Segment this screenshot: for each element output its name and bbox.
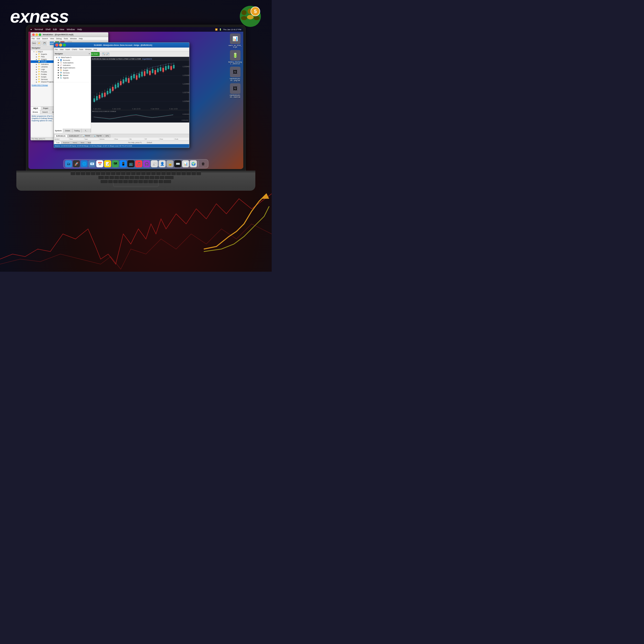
chart-bg: EURUSD,H1: Euro vs US Dollar 1.17313 1.1… [91, 57, 189, 123]
mt5-nav-accounts[interactable]: ▶👤 Accounts [54, 59, 91, 61]
mt5-max-btn[interactable]: □ [63, 44, 66, 47]
save-button[interactable]: 💾 [42, 41, 47, 45]
dock-trash[interactable]: 🗑 [200, 160, 207, 167]
dock-news[interactable]: 📰 [151, 160, 158, 167]
me-debug-menu[interactable]: Debug [56, 37, 62, 40]
signals-tab[interactable]: 📡 Signals [92, 134, 103, 138]
history-tab[interactable]: History [71, 141, 79, 144]
open-button[interactable]: 📂 [37, 41, 42, 45]
mt5-help-menu[interactable]: Help [94, 49, 97, 50]
me-tools-menu[interactable]: Tools [64, 37, 68, 40]
mt5-nav-scripts[interactable]: ▶📜 Scripts [54, 69, 91, 71]
mt5-close-btn[interactable]: × [55, 44, 58, 47]
search-tab[interactable]: Search [40, 110, 50, 114]
svg-point-6 [247, 15, 254, 19]
news-tab[interactable]: News [79, 141, 86, 144]
mt5-nav-indicators[interactable]: ▶📈 Indicators [54, 64, 91, 66]
me-file-menu[interactable]: File [32, 37, 35, 40]
mt5-charts-menu[interactable]: Charts [72, 49, 77, 50]
keyboard [19, 172, 253, 184]
meta-editor-menu: File Edit Search View Debug Tools Window… [31, 37, 108, 41]
svg-rect-53 [136, 75, 137, 79]
me-edit-menu[interactable]: Edit [37, 37, 40, 40]
desktop-icon-img-2: 🔋 [230, 50, 240, 61]
eurusdht-tab[interactable]: EURUSD,HT [68, 134, 81, 138]
dock-music[interactable]: 🎵 [135, 160, 142, 167]
me-search-menu[interactable]: Search [42, 37, 48, 40]
mw-details-tab[interactable]: Details [63, 129, 72, 133]
svg-rect-21 [93, 98, 95, 102]
sep3 [101, 53, 101, 56]
mql5-tab[interactable]: MQL5 [31, 107, 41, 110]
desktop-icon-1[interactable]: 📊 warm_up_2018_m p4 [228, 33, 242, 48]
mt5-view-menu[interactable]: View [60, 49, 63, 50]
mt5-window-menu[interactable]: Window [85, 49, 92, 50]
me-help-menu[interactable]: Help [79, 37, 83, 40]
dock-tv[interactable]: 📺 [128, 160, 135, 167]
minimize-btn[interactable] [35, 33, 38, 36]
dock-finder[interactable]: 🗂 [65, 160, 72, 167]
dock-lock[interactable]: 🔒 [167, 160, 174, 167]
market-tab[interactable]: 📊 Market [81, 134, 92, 138]
mt5-menubar: File View Insert Charts Tools Window Hel… [54, 48, 189, 51]
mt5-min-btn[interactable]: − [59, 44, 62, 47]
maximize-btn[interactable] [39, 33, 41, 36]
desktop-icon-3[interactable]: 🖼 macbook-pro-16-...png.car [228, 67, 242, 81]
dock-launchpad[interactable]: 🚀 [73, 160, 80, 167]
mt5-nav-subscriptions[interactable]: ▶📋 Subscriptions [54, 61, 91, 64]
mt5-nav-mt5[interactable]: ▼🖥 MetaTrader 5 [54, 56, 91, 59]
mw-t-tab[interactable]: T... [82, 129, 91, 133]
zoom-in-btn[interactable]: 🔍 [102, 52, 105, 56]
dock-appstore[interactable]: 📱 [120, 160, 127, 167]
zoom-out-btn[interactable]: 🔎 [106, 52, 109, 56]
eurusdh1-tab[interactable]: EURUSD,H1 [54, 134, 67, 138]
th-tp: T/P [144, 138, 159, 140]
desktop-icon-2[interactable]: 🔋 Battery_Discharge _Sim04.sh [228, 50, 242, 65]
mt5-navigator-panel: Navigator × ▼🖥 MetaTrader 5 ▶👤 Accounts [54, 52, 91, 82]
vps-tab[interactable]: VPS [104, 134, 110, 138]
balance-info: Balance: 10 034.50 EUR Equity: 10 044.50… [55, 145, 132, 147]
mt5-tools-menu[interactable]: Tools [79, 49, 83, 50]
dock-contacts[interactable]: 👤 [159, 160, 166, 167]
dock-calendar[interactable]: 📅 [96, 160, 103, 167]
dock-activity[interactable]: 📊 [182, 160, 189, 167]
errors-tab[interactable]: Errors [31, 110, 40, 114]
svg-rect-31 [107, 91, 108, 94]
dock-chrome[interactable]: 🌍 [190, 160, 197, 167]
th-price: Price [114, 138, 129, 140]
new-button[interactable]: New [32, 41, 36, 45]
mt5-nav-expert-advisors[interactable]: ▶🤖 Expert Advisors [54, 66, 91, 69]
meta-editor-title: MetaEditor - [ExpertMACD.mq5] [43, 33, 73, 36]
trade-tab[interactable]: Trade [54, 141, 61, 144]
mw-symbols-tab[interactable]: Symbols [54, 129, 63, 133]
dock-maps[interactable]: 🗺 [112, 160, 119, 167]
desktop-icon-4[interactable]: 🖼 macbook-pro-16-...back.car [228, 83, 242, 98]
svg-rect-29 [104, 93, 106, 97]
svg-rect-51 [133, 74, 135, 78]
mt5-nav-services[interactable]: ▶⚙️ Services [54, 71, 91, 74]
me-view-menu[interactable]: View [50, 37, 54, 40]
dock-mail[interactable]: 📧 [89, 160, 96, 167]
svg-text:4 Jan 14:00: 4 Jan 14:00 [112, 108, 120, 109]
svg-rect-63 [149, 71, 151, 75]
svg-rect-55 [139, 73, 140, 77]
project-tab[interactable]: Project [41, 107, 51, 110]
dock-terminal[interactable]: ⌨️ [174, 160, 181, 167]
svg-rect-33 [109, 89, 111, 93]
dock-podcasts[interactable]: 🎧 [143, 160, 150, 167]
mt5-insert-menu[interactable]: Insert [65, 49, 70, 50]
close-btn[interactable] [32, 33, 35, 36]
dock-notes[interactable]: 📝 [104, 160, 111, 167]
dock-safari[interactable]: 🌐 [81, 160, 88, 167]
mt5-file-menu[interactable]: File [55, 49, 58, 50]
svg-rect-39 [117, 83, 119, 87]
svg-text:5 Jan 06:00: 5 Jan 06:00 [151, 108, 159, 109]
mt5-nav-market[interactable]: ▶🏪 Market [54, 74, 91, 76]
svg-rect-81 [173, 65, 175, 68]
mt5-nav-close[interactable]: × [89, 53, 90, 55]
exposure-tab[interactable]: Exposure [61, 141, 71, 144]
mw-trading-tab[interactable]: Trading [72, 129, 82, 133]
mt5-nav-signals[interactable]: ▶📡 Signals [54, 76, 91, 79]
svg-rect-75 [165, 66, 167, 70]
me-window-menu[interactable]: Window [70, 37, 77, 40]
